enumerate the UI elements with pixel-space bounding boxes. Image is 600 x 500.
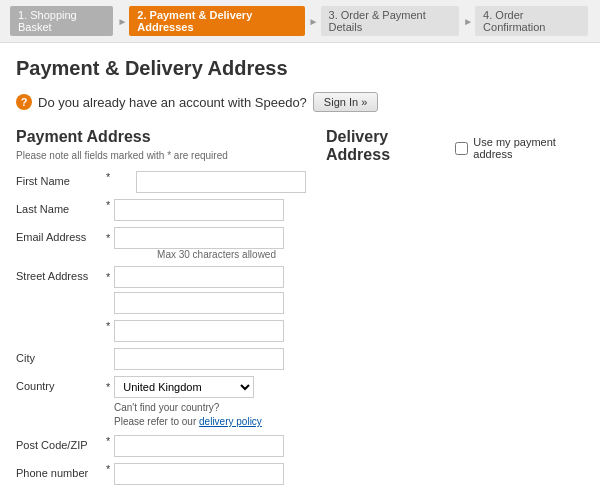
last-name-row: Last Name * bbox=[16, 199, 306, 221]
phone-input[interactable] bbox=[114, 463, 284, 485]
last-name-star: * bbox=[106, 199, 110, 211]
county-row: City bbox=[16, 348, 306, 370]
delivery-address-section: Delivery Address Use my payment address bbox=[326, 128, 584, 491]
county-input[interactable] bbox=[114, 348, 284, 370]
help-icon: ? bbox=[16, 94, 32, 110]
use-payment-checkbox[interactable] bbox=[455, 142, 468, 155]
street-input-1[interactable] bbox=[114, 266, 284, 288]
phone-row: Phone number * bbox=[16, 463, 306, 485]
postcode-row: Post Code/ZIP * bbox=[16, 435, 306, 457]
email-star: * bbox=[106, 232, 110, 244]
county-label: City bbox=[16, 348, 106, 364]
page-content: Payment & Delivery Address ? Do you alre… bbox=[0, 43, 600, 500]
signin-button[interactable]: Sign In » bbox=[313, 92, 378, 112]
phone-star: * bbox=[106, 463, 110, 475]
city-row: * bbox=[16, 320, 306, 342]
country-row: Country * United Kingdom Ireland France … bbox=[16, 376, 306, 429]
email-row: Email Address * Max 30 characters allowe… bbox=[16, 227, 306, 260]
country-star: * bbox=[106, 381, 110, 393]
breadcrumb-arrow-1: ► bbox=[117, 16, 127, 27]
country-select[interactable]: United Kingdom Ireland France Germany Sp… bbox=[114, 376, 254, 398]
city-star: * bbox=[106, 320, 110, 332]
postcode-star: * bbox=[106, 435, 110, 447]
required-note: Please note all fields marked with * are… bbox=[16, 150, 306, 161]
last-name-input[interactable] bbox=[114, 199, 284, 221]
postcode-label: Post Code/ZIP bbox=[16, 435, 106, 451]
breadcrumb-step2[interactable]: 2. Payment & Delivery Addresses bbox=[129, 6, 304, 36]
first-name-input[interactable] bbox=[136, 171, 306, 193]
account-question-text: Do you already have an account with Spee… bbox=[38, 95, 307, 110]
delivery-section-title: Delivery Address bbox=[326, 128, 443, 164]
first-name-star: * bbox=[106, 171, 132, 183]
breadcrumb: 1. Shopping Basket ► 2. Payment & Delive… bbox=[0, 0, 600, 43]
account-question-row: ? Do you already have an account with Sp… bbox=[16, 92, 584, 112]
breadcrumb-step3[interactable]: 3. Order & Payment Details bbox=[321, 6, 460, 36]
street-label: Street Address bbox=[16, 266, 106, 282]
city-label bbox=[16, 320, 106, 324]
use-payment-label[interactable]: Use my payment address bbox=[455, 136, 584, 160]
country-note: Can't find your country? Please refer to… bbox=[114, 401, 262, 429]
payment-section-title: Payment Address bbox=[16, 128, 306, 146]
breadcrumb-arrow-2: ► bbox=[309, 16, 319, 27]
breadcrumb-step4[interactable]: 4. Order Confirmation bbox=[475, 6, 588, 36]
form-columns: Payment Address Please note all fields m… bbox=[16, 128, 584, 491]
first-name-label: First Name bbox=[16, 171, 106, 187]
page-title: Payment & Delivery Address bbox=[16, 57, 584, 80]
street-row: Street Address * bbox=[16, 266, 306, 314]
email-max-chars: Max 30 characters allowed bbox=[106, 249, 276, 260]
phone-label: Phone number bbox=[16, 463, 106, 479]
city-input[interactable] bbox=[114, 320, 284, 342]
payment-address-section: Payment Address Please note all fields m… bbox=[16, 128, 306, 491]
breadcrumb-step1[interactable]: 1. Shopping Basket bbox=[10, 6, 113, 36]
street-input-2[interactable] bbox=[114, 292, 284, 314]
email-label: Email Address bbox=[16, 227, 106, 243]
breadcrumb-arrow-3: ► bbox=[463, 16, 473, 27]
first-name-row: First Name * bbox=[16, 171, 306, 193]
first-name-input-wrap: * bbox=[106, 171, 136, 183]
delivery-policy-link[interactable]: delivery policy bbox=[199, 416, 262, 427]
country-label: Country bbox=[16, 376, 106, 392]
email-input[interactable] bbox=[114, 227, 284, 249]
street-star: * bbox=[106, 271, 110, 283]
postcode-input[interactable] bbox=[114, 435, 284, 457]
last-name-label: Last Name bbox=[16, 199, 106, 215]
